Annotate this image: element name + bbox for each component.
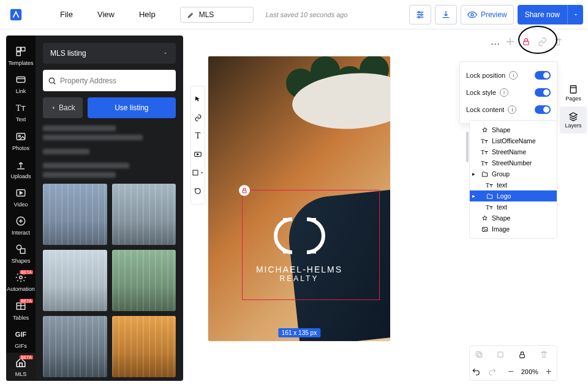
tool-comment[interactable] <box>191 182 205 200</box>
tool-text[interactable]: T <box>191 127 205 145</box>
layer-image[interactable]: Image <box>470 224 557 235</box>
rail-photos[interactable]: Photos <box>6 127 36 155</box>
rail-text[interactable]: TᴛText <box>6 98 36 126</box>
use-listing-button[interactable]: Use listing <box>88 97 176 118</box>
position-icon[interactable] <box>502 34 518 50</box>
lock-content-toggle[interactable] <box>535 105 551 114</box>
rail-link[interactable]: Link <box>6 70 36 98</box>
layer-streetname[interactable]: TᴛStreetName <box>470 146 557 157</box>
layer-label: Image <box>492 225 510 233</box>
layer-label: StreetName <box>492 148 526 156</box>
layer-label: Logo <box>497 192 511 200</box>
svg-point-11 <box>18 135 20 137</box>
listing-thumb[interactable] <box>43 250 107 311</box>
download-button[interactable] <box>435 5 457 24</box>
selection-lock-icon <box>239 185 250 196</box>
rail-tables[interactable]: BETATables <box>6 296 36 325</box>
lock-content-label: Lock content <box>466 106 504 113</box>
layer-label: text <box>497 181 507 189</box>
listing-thumb[interactable] <box>43 316 107 377</box>
info-icon[interactable]: i <box>500 88 508 97</box>
back-button[interactable]: Back <box>43 97 83 118</box>
listing-thumb[interactable] <box>112 184 176 245</box>
svg-rect-6 <box>17 47 20 51</box>
delete-icon[interactable] <box>550 34 566 50</box>
rail-mls[interactable]: BETAMLS <box>6 353 36 381</box>
preview-button[interactable]: Preview <box>461 5 514 24</box>
expand-icon[interactable]: ▸ <box>472 193 475 199</box>
svg-point-3 <box>418 16 420 18</box>
layer-label: StreetNumber <box>492 159 532 167</box>
rail-templates[interactable]: Templates <box>6 42 36 70</box>
document-name-field[interactable]: MLS <box>180 7 254 23</box>
zoom-value[interactable]: 200% <box>521 368 538 375</box>
listing-thumb[interactable] <box>112 250 176 311</box>
listing-thumb[interactable] <box>43 184 107 245</box>
tool-shape[interactable] <box>191 163 205 182</box>
svg-rect-20 <box>193 170 198 175</box>
shape-icon <box>481 126 488 133</box>
text-icon: Tᴛ <box>481 137 488 145</box>
layer-logo[interactable]: ▸Logo <box>470 190 557 201</box>
svg-rect-7 <box>21 47 25 51</box>
link-icon[interactable] <box>534 34 550 50</box>
redo-icon[interactable] <box>488 367 500 376</box>
layer-streetnumber[interactable]: TᴛStreetNumber <box>470 157 557 168</box>
rail-interact[interactable]: Interact <box>6 211 36 239</box>
listing-dropdown-label: MLS listing <box>50 49 86 58</box>
layer-shape[interactable]: Shape <box>470 124 557 135</box>
share-button[interactable]: Share now <box>518 5 567 24</box>
menu-help[interactable]: Help <box>127 10 168 19</box>
menu-file[interactable]: File <box>48 10 85 19</box>
property-search[interactable] <box>43 70 176 91</box>
bottom-lock-icon[interactable] <box>518 351 530 359</box>
zoom-in-button[interactable]: + <box>543 366 555 377</box>
tool-link[interactable] <box>191 108 205 127</box>
search-input[interactable] <box>60 77 171 85</box>
lock-icon[interactable] <box>518 34 534 50</box>
undo-icon[interactable] <box>472 367 484 376</box>
rail-video[interactable]: Video <box>6 183 36 211</box>
layer-text[interactable]: Tᴛtext <box>470 201 557 212</box>
listing-dropdown[interactable]: MLS listing <box>43 43 176 64</box>
rail-shapes[interactable]: Shapes <box>6 239 36 268</box>
info-icon[interactable]: i <box>509 71 518 80</box>
zoom-out-button[interactable]: − <box>505 366 517 377</box>
trash-icon[interactable] <box>540 350 552 359</box>
more-options-button[interactable]: … <box>489 36 502 47</box>
expand-icon[interactable]: ▸ <box>472 171 475 177</box>
tool-cursor[interactable] <box>191 90 205 108</box>
brand-name-1: MICHAEL-HELMS <box>232 265 367 274</box>
share-dropdown-button[interactable] <box>567 5 583 24</box>
right-rail-pages[interactable]: Pages <box>560 80 587 107</box>
chevron-down-icon <box>162 50 168 56</box>
svg-point-4 <box>471 13 473 16</box>
layer-label: Group <box>492 170 510 178</box>
layer-listofficename[interactable]: TᴛListOfficeName <box>470 135 557 146</box>
layer-label: Shape <box>492 126 510 133</box>
image-icon <box>481 225 488 233</box>
info-icon[interactable]: i <box>508 105 516 114</box>
lock-position-toggle[interactable] <box>535 71 551 80</box>
copy-icon[interactable] <box>496 350 508 359</box>
rail-automation[interactable]: BETAAutomation <box>6 268 36 296</box>
svg-point-18 <box>49 78 54 83</box>
layer-text[interactable]: Tᴛtext <box>470 179 557 190</box>
rail-gifs[interactable]: GIFGIFs <box>6 325 36 353</box>
brand-logo-group[interactable]: MICHAEL-HELMS REALTY <box>232 211 367 283</box>
layer-group[interactable]: ▸Group <box>470 168 557 179</box>
menu-view[interactable]: View <box>85 10 127 19</box>
layer-shape[interactable]: Shape <box>470 212 557 224</box>
text-icon: Tᴛ <box>486 203 493 211</box>
duplicate-icon[interactable] <box>475 350 487 359</box>
lock-popover: Lock positioni Lock stylei Lock contenti <box>459 61 557 124</box>
right-rail-layers[interactable]: Layers <box>560 107 587 133</box>
listing-thumb[interactable] <box>112 316 176 377</box>
settings-sliders-button[interactable] <box>409 5 431 24</box>
tool-media[interactable] <box>191 145 205 163</box>
layers-scrollbar[interactable] <box>466 132 469 162</box>
rail-uploads[interactable]: Uploads <box>6 155 36 183</box>
design-canvas[interactable]: MICHAEL-HELMS REALTY 161 x 135 px <box>208 56 390 341</box>
text-icon: Tᴛ <box>486 181 493 189</box>
lock-style-toggle[interactable] <box>535 88 551 97</box>
